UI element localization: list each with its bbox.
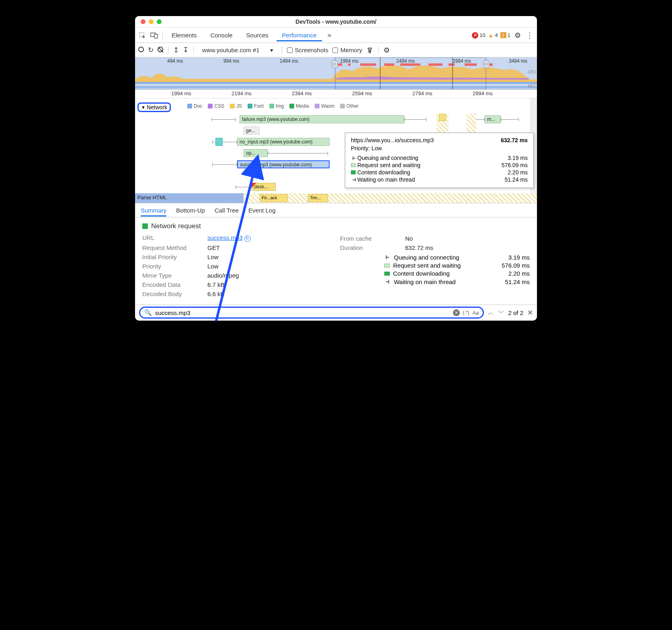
- next-match-icon[interactable]: ﹀: [498, 309, 504, 317]
- capture-settings-icon[interactable]: ⚙: [383, 46, 390, 55]
- window-title: DevTools - www.youtube.com/: [135, 18, 537, 25]
- details-tab-strip: Summary Bottom-Up Call Tree Event Log: [135, 203, 537, 217]
- task-fir[interactable]: Fir...ack: [260, 194, 288, 202]
- device-toggle-icon[interactable]: [150, 31, 159, 40]
- network-legend: Doc CSS JS Font Img Media Wasm Other: [187, 103, 359, 109]
- regex-toggle[interactable]: (.*): [463, 310, 469, 315]
- case-toggle[interactable]: Aa: [473, 310, 479, 316]
- record-icon[interactable]: [138, 47, 144, 53]
- gc-icon[interactable]: [366, 47, 373, 54]
- search-box[interactable]: 🔍 ✕ (.*) Aa: [139, 307, 484, 319]
- errors-badge[interactable]: ✕10: [472, 32, 485, 39]
- tab-event-log[interactable]: Event Log: [248, 204, 276, 217]
- reveal-icon[interactable]: ↻: [244, 235, 251, 242]
- summary-panel: Network request URLsuccess.mp3 ↻ Request…: [135, 217, 537, 305]
- tab-elements[interactable]: Elements: [166, 29, 203, 41]
- match-count: 2 of 2: [508, 309, 523, 316]
- close-search-icon[interactable]: ✕: [527, 309, 533, 317]
- tab-performance[interactable]: Performance: [277, 29, 322, 41]
- tab-summary[interactable]: Summary: [141, 204, 166, 217]
- search-icon: 🔍: [144, 309, 152, 316]
- clear-icon[interactable]: [158, 47, 163, 53]
- request-bar-font[interactable]: [215, 138, 223, 146]
- request-bar-success[interactable]: success.mp3 (www.youtube.com): [237, 160, 330, 168]
- request-bar-failure[interactable]: failure.mp3 (www.youtube.com): [240, 115, 404, 123]
- main-thread-row: Parse HTML Fir...ack Tim...: [135, 193, 537, 203]
- tab-sources[interactable]: Sources: [241, 29, 274, 41]
- maximize-icon[interactable]: [157, 19, 162, 24]
- svg-rect-4: [135, 86, 537, 88]
- request-bar-op[interactable]: op...: [244, 149, 268, 157]
- prev-match-icon[interactable]: ︿: [488, 309, 494, 317]
- clear-search-icon[interactable]: ✕: [453, 309, 460, 316]
- svg-rect-10: [428, 63, 443, 66]
- url-link[interactable]: success.mp3: [207, 234, 243, 241]
- devtools-window: DevTools - www.youtube.com/ Elements Con…: [135, 16, 537, 321]
- tab-bottom-up[interactable]: Bottom-Up: [176, 204, 205, 217]
- request-bar-m[interactable]: m...: [485, 115, 501, 123]
- screenshots-checkbox[interactable]: Screenshots: [287, 47, 328, 53]
- request-bar-ge[interactable]: ge...: [244, 127, 260, 135]
- close-icon[interactable]: [141, 19, 145, 24]
- profile-select[interactable]: www.youtube.com #1▾: [199, 45, 277, 55]
- search-input[interactable]: [155, 309, 450, 316]
- svg-rect-3: [135, 82, 537, 84]
- reload-icon[interactable]: ↻: [148, 46, 154, 54]
- tab-call-tree[interactable]: Call Tree: [215, 204, 239, 217]
- minimize-icon[interactable]: [149, 19, 154, 24]
- svg-rect-7: [360, 63, 376, 66]
- titlebar: DevTools - www.youtube.com/: [135, 16, 537, 28]
- svg-rect-2: [154, 34, 158, 38]
- info-badge[interactable]: !1: [500, 32, 510, 38]
- request-bar-noinput[interactable]: no_input.mp3 (www.youtube.com): [237, 138, 330, 146]
- performance-toolbar: ↻ ↥ ↧ www.youtube.com #1▾ Screenshots Me…: [135, 43, 537, 57]
- svg-rect-15: [332, 61, 338, 68]
- warnings-badge[interactable]: ▲4: [488, 32, 498, 39]
- svg-rect-8: [384, 63, 394, 66]
- upload-icon[interactable]: ↥: [173, 46, 179, 54]
- download-icon[interactable]: ↧: [183, 46, 188, 54]
- memory-checkbox[interactable]: Memory: [332, 47, 362, 53]
- timeline-ruler[interactable]: 1994 ms 2194 ms 2394 ms 2594 ms 2794 ms …: [135, 90, 537, 98]
- parse-html-block[interactable]: Parse HTML: [135, 193, 244, 203]
- overview-minimap[interactable]: 494 ms 994 ms 1494 ms 1994 ms 2494 ms 29…: [135, 57, 537, 90]
- traffic-lights: [135, 19, 162, 24]
- tab-console[interactable]: Console: [205, 29, 238, 41]
- svg-rect-18: [484, 61, 489, 68]
- main-tab-strip: Elements Console Sources Performance » ✕…: [135, 28, 537, 43]
- network-track-header[interactable]: ▼Network: [137, 102, 171, 112]
- task-tim[interactable]: Tim...: [308, 194, 328, 202]
- kebab-icon[interactable]: ⋮: [525, 31, 535, 40]
- search-bar: 🔍 ✕ (.*) Aa ︿ ﹀ 2 of 2 ✕: [135, 305, 537, 321]
- settings-icon[interactable]: ⚙: [513, 31, 522, 40]
- inspect-icon[interactable]: [137, 31, 147, 40]
- request-tooltip: https://www.you...io/success.mp3632.72 m…: [345, 133, 534, 188]
- more-tabs-icon[interactable]: »: [324, 31, 334, 40]
